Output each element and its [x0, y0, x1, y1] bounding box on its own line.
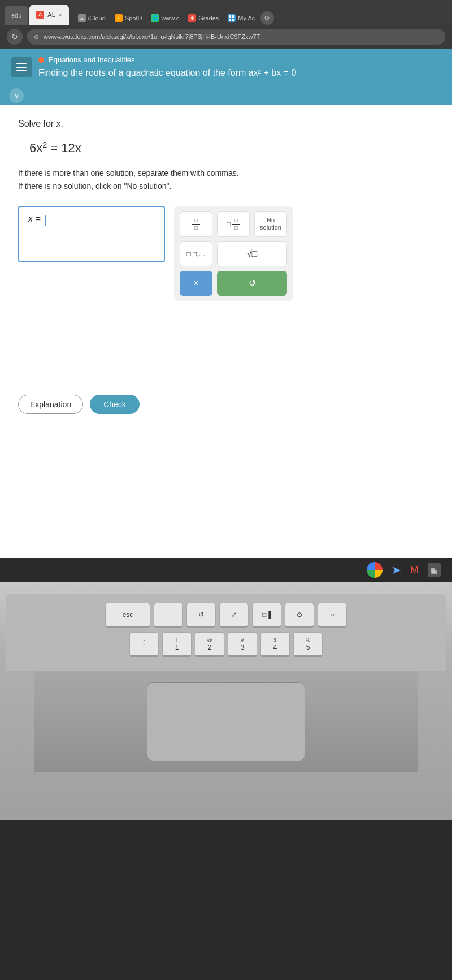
key-4-main: 4: [273, 644, 277, 651]
key-2-main: 2: [208, 644, 212, 651]
address-field[interactable]: ⚙ www-awu.aleks.com/alekscgi/x/lsl.exe/1…: [27, 29, 445, 45]
undo-btn[interactable]: ↺: [217, 271, 287, 296]
key-window-label: □▐: [262, 611, 271, 619]
tab-al-active[interactable]: A AL ×: [29, 5, 68, 25]
fn-key-row: esc ← ↺ ⤢ □▐ ⊙ ○: [17, 603, 435, 628]
key-screenshot-label: ⊙: [297, 611, 302, 619]
key-tilde[interactable]: ~ `: [129, 632, 159, 657]
bottom-buttons: Explanation Check: [0, 383, 452, 425]
keyboard-bezel: esc ← ↺ ⤢ □▐ ⊙ ○ ~ `: [6, 594, 446, 671]
key-4[interactable]: $ 4: [260, 632, 290, 657]
mixed-fraction-icon: □ □ □: [227, 218, 240, 231]
key-tilde-main: `: [143, 644, 145, 651]
aleks-container: Equations and Inequalities Finding the r…: [0, 49, 452, 558]
equation-display: 6x2 = 12x: [18, 140, 434, 156]
solution-note-1: If there is more than one solution, sepa…: [18, 167, 434, 179]
key-screenshot[interactable]: ⊙: [285, 603, 314, 628]
grid-system-icon[interactable]: ▦: [428, 563, 441, 577]
topic-title: Finding the roots of a quadratic equatio…: [38, 67, 441, 79]
undo-icon: ↺: [249, 278, 256, 288]
main-content: Solve for x. 6x2 = 12x If there is more …: [0, 105, 452, 383]
system-bar: ➤ M ▦: [0, 558, 452, 582]
tab-al-label: AL: [47, 11, 55, 18]
section-label: Equations and Inequalities: [49, 55, 135, 64]
status-dot: [38, 57, 44, 63]
bookmark-spotd[interactable]: ⚡ SpotD: [111, 13, 146, 23]
aleks-header: Equations and Inequalities Finding the r…: [0, 49, 452, 86]
key-back[interactable]: ←: [154, 603, 183, 628]
www-icon: 🌐: [151, 14, 159, 22]
bookmark-spotd-label: SpotD: [125, 15, 142, 21]
bookmarks-row: ☁ iCloud ⚡ SpotD 🌐 www.c ❋ Grades: [75, 11, 275, 25]
fraction-btn[interactable]: □ □: [180, 211, 212, 237]
bookmark-icloud-label: iCloud: [88, 15, 106, 21]
solution-instructions: If there is more than one solution, sepa…: [18, 167, 434, 192]
menu-hamburger-btn[interactable]: [11, 57, 32, 77]
tab-close-btn[interactable]: ×: [59, 12, 62, 18]
key-reload-label: ↺: [198, 611, 204, 619]
sqrt-btn[interactable]: √□: [217, 241, 287, 266]
key-3-main: 3: [241, 644, 245, 651]
key-3-top: #: [241, 637, 244, 643]
laptop-keyboard-area: esc ← ↺ ⤢ □▐ ⊙ ○ ~ `: [0, 582, 452, 820]
arrow-system-icon[interactable]: ➤: [392, 563, 401, 577]
trackpad[interactable]: [147, 682, 305, 761]
key-2-top: @: [207, 637, 212, 643]
hamburger-line-2: [16, 67, 27, 68]
no-solution-label: Nosolution: [260, 217, 281, 231]
content-spacer: [18, 324, 434, 369]
tab-bar: edu A AL × ☁ iCloud ⚡ SpotD 🌐 www.c ❋: [0, 0, 452, 25]
key-reload[interactable]: ↺: [186, 603, 216, 628]
more-tabs-btn[interactable]: ⟳: [260, 11, 274, 25]
mixed-fraction-btn[interactable]: □ □ □: [217, 211, 250, 237]
key-2[interactable]: @ 2: [195, 632, 224, 657]
key-back-label: ←: [165, 611, 172, 619]
key-fullscreen[interactable]: ⤢: [219, 603, 249, 628]
grades-icon: ❋: [188, 14, 196, 22]
key-fullscreen-label: ⤢: [231, 611, 237, 619]
key-3[interactable]: # 3: [228, 632, 257, 657]
explanation-btn[interactable]: Explanation: [18, 395, 83, 414]
bookmark-www[interactable]: 🌐 www.c: [147, 13, 182, 23]
check-btn[interactable]: Check: [90, 395, 140, 414]
bookmark-myac-label: My Ac: [238, 15, 255, 21]
tab-al-favicon: A: [36, 11, 44, 19]
answer-area: x = □ □ □ □: [18, 206, 434, 301]
tab-edu[interactable]: edu: [5, 6, 28, 25]
hamburger-line-3: [16, 70, 27, 71]
no-solution-btn[interactable]: Nosolution: [254, 211, 287, 237]
solution-note-2: If there is no solution, click on "No so…: [18, 180, 434, 192]
clear-btn[interactable]: ×: [180, 271, 212, 296]
clear-icon: ×: [193, 278, 198, 288]
equation-text: 6x2 = 12x: [29, 141, 81, 155]
mail-system-icon[interactable]: M: [410, 564, 419, 576]
icloud-icon: ☁: [78, 14, 86, 22]
browser-frame: edu A AL × ☁ iCloud ⚡ SpotD 🌐 www.c ❋: [0, 0, 452, 49]
bookmark-www-label: www.c: [161, 15, 179, 21]
answer-input-box[interactable]: x =: [18, 206, 165, 262]
key-1-top: !: [176, 637, 178, 643]
mixed-frac-symbol: □ □: [232, 218, 240, 231]
key-1[interactable]: ! 1: [162, 632, 192, 657]
security-icon: ⚙: [34, 34, 39, 40]
address-bar-row: ↻ ⚙ www-awu.aleks.com/alekscgi/x/lsl.exe…: [0, 25, 452, 49]
bookmark-icloud[interactable]: ☁ iCloud: [75, 13, 109, 23]
section-label-row: Equations and Inequalities: [38, 55, 441, 64]
chrome-system-icon[interactable]: [367, 562, 383, 578]
bookmark-grades[interactable]: ❋ Grades: [185, 13, 222, 23]
key-esc[interactable]: esc: [105, 603, 150, 628]
key-window[interactable]: □▐: [252, 603, 281, 628]
bookmark-myac[interactable]: My Ac: [224, 13, 258, 23]
collapse-btn[interactable]: ∨: [9, 88, 24, 103]
key-circle[interactable]: ○: [318, 603, 347, 628]
key-esc-label: esc: [123, 611, 133, 619]
key-4-top: $: [273, 637, 276, 643]
key-circle-label: ○: [330, 611, 334, 619]
nav-reload-btn[interactable]: ↻: [7, 29, 23, 45]
aleks-header-row: Equations and Inequalities Finding the r…: [11, 55, 441, 79]
answer-prefix: x =: [28, 214, 41, 224]
sequence-btn[interactable]: □,□,…: [180, 241, 212, 266]
key-5-top: %: [306, 637, 310, 643]
key-5[interactable]: % 5: [293, 632, 323, 657]
trackpad-area[interactable]: [34, 671, 418, 772]
